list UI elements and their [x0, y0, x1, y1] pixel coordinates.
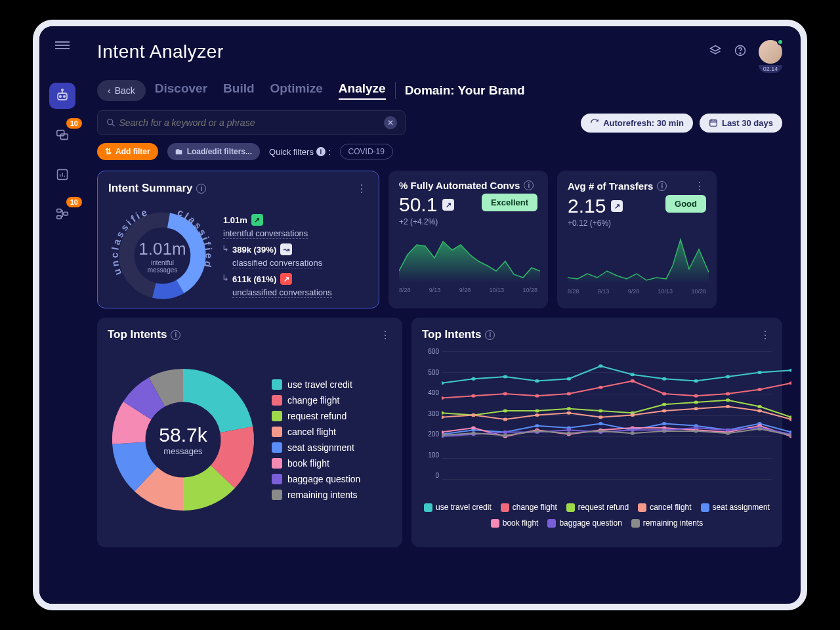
info-icon[interactable]: i — [524, 180, 534, 190]
svg-point-77 — [630, 413, 635, 417]
svg-point-122 — [535, 429, 539, 432]
top-intents-line-chart: 6005004003002001000 — [422, 348, 772, 499]
legend-item[interactable]: cancel flight — [272, 427, 360, 437]
svg-point-35 — [442, 381, 444, 385]
legend-swatch — [501, 503, 509, 512]
page-title: Intent Analyzer — [97, 41, 224, 62]
svg-line-17 — [112, 124, 114, 126]
svg-point-57 — [757, 388, 762, 391]
svg-point-52 — [598, 386, 603, 389]
card-automated-convs: % Fully Automated Convsi 50.1 ↗ +2 (+4.2… — [388, 171, 548, 308]
unclassified-desc[interactable]: unclassified conversations — [232, 287, 332, 298]
card-top-intents-donut: Top Intentsi ⋮ 58.7k messages use travel… — [97, 318, 402, 547]
info-icon[interactable]: i — [485, 330, 495, 340]
kpi-axis: 8/289/139/2810/1310/28 — [568, 288, 706, 295]
tab-analyze[interactable]: Analyze — [339, 81, 386, 100]
legend-item[interactable]: remaining intents — [631, 518, 703, 528]
legend-item[interactable]: request refund — [272, 411, 360, 421]
main-tabs: Discover Build Optimize Analyze — [155, 81, 386, 100]
clear-search-icon[interactable]: ✕ — [384, 116, 397, 129]
legend-item[interactable]: change flight — [501, 503, 557, 512]
donut2-center-value: 58.7k — [159, 424, 207, 446]
card-menu-icon[interactable]: ⋮ — [760, 329, 772, 341]
layers-icon[interactable] — [709, 44, 722, 60]
quick-filter-chip[interactable]: COVID-19 — [340, 144, 393, 159]
legend-swatch — [272, 411, 282, 421]
svg-point-44 — [726, 375, 730, 379]
card-menu-icon[interactable]: ⋮ — [694, 180, 706, 192]
card-top-intents-line: Top Intentsi ⋮ 6005004003002001000 use t… — [411, 318, 782, 547]
legend-item[interactable]: book flight — [491, 518, 539, 528]
svg-point-125 — [630, 432, 635, 435]
legend-item[interactable]: baggage question — [547, 518, 621, 528]
card-menu-icon[interactable]: ⋮ — [356, 182, 368, 195]
svg-point-36 — [471, 377, 476, 381]
svg-point-51 — [566, 392, 571, 396]
trend-down-icon: ↗ — [280, 273, 292, 285]
svg-point-81 — [757, 410, 762, 413]
top-intents-legend: use travel creditchange flightrequest re… — [272, 379, 360, 500]
legend-swatch — [272, 395, 282, 406]
info-icon[interactable]: i — [171, 330, 180, 340]
legend-item[interactable]: book flight — [272, 458, 360, 469]
svg-point-49 — [503, 392, 508, 396]
svg-point-68 — [726, 398, 730, 402]
legend-item[interactable]: use travel credit — [424, 503, 492, 512]
search-input[interactable] — [119, 117, 384, 128]
legend-item[interactable]: change flight — [272, 395, 360, 406]
classified-value: 389k (39%) — [232, 245, 276, 255]
total-desc[interactable]: intentful conversations — [223, 228, 308, 239]
add-filter-button[interactable]: ⇅ Add filter — [97, 143, 158, 160]
trend-up-icon: ↗ — [611, 200, 623, 212]
legend-item[interactable]: request refund — [566, 503, 629, 512]
info-icon[interactable]: i — [196, 184, 206, 194]
svg-point-39 — [566, 377, 571, 381]
legend-item[interactable]: baggage question — [272, 474, 360, 484]
kpi-transfers-title: Avg # of Transfers — [568, 180, 653, 192]
top-intents-line-legend: use travel creditchange flightrequest re… — [422, 503, 772, 528]
chevron-left-icon: ‹ — [108, 85, 111, 96]
legend-item[interactable]: seat assignment — [272, 442, 360, 453]
help-icon[interactable] — [734, 44, 747, 60]
legend-label: cancel flight — [650, 503, 691, 512]
legend-label: request refund — [287, 411, 346, 421]
load-filters-button[interactable]: 🖿 Load/edit filters... — [167, 143, 260, 160]
kpi-auto-delta: +2 (+4.2%) — [399, 217, 454, 226]
tab-build[interactable]: Build — [223, 81, 255, 100]
svg-point-124 — [598, 429, 603, 432]
legend-item[interactable]: use travel credit — [272, 379, 360, 390]
search-input-wrap[interactable]: ✕ — [97, 110, 406, 135]
avatar[interactable]: 02:14 — [759, 40, 782, 64]
back-button[interactable]: ‹ Back — [97, 80, 146, 101]
refresh-icon — [590, 118, 599, 127]
kpi-auto-title: % Fully Automated Convs — [399, 180, 520, 191]
svg-point-16 — [108, 119, 113, 125]
tab-optimize[interactable]: Optimize — [270, 81, 323, 100]
sidebar-item-conversations[interactable]: 10 — [49, 122, 75, 148]
svg-point-79 — [694, 407, 698, 410]
legend-label: seat assignment — [713, 503, 770, 512]
svg-point-74 — [535, 413, 539, 417]
total-value: 1.01m — [223, 215, 247, 225]
sidebar-item-analytics[interactable] — [49, 161, 75, 188]
sidebar-item-bot[interactable] — [49, 83, 75, 109]
svg-point-45 — [757, 371, 762, 374]
legend-label: request refund — [578, 503, 629, 512]
legend-swatch — [272, 458, 282, 469]
autorefresh-button[interactable]: Autorefresh: 30 min — [581, 114, 693, 133]
legend-item[interactable]: cancel flight — [638, 503, 691, 512]
daterange-button[interactable]: Last 30 days — [700, 114, 782, 133]
classified-desc[interactable]: classified conversations — [232, 258, 322, 268]
svg-point-1 — [60, 96, 61, 97]
domain-label: Domain: Your Brand — [405, 83, 525, 98]
legend-item[interactable]: remaining intents — [272, 490, 360, 500]
info-icon[interactable]: i — [316, 147, 326, 156]
card-menu-icon[interactable]: ⋮ — [380, 329, 392, 341]
info-icon[interactable]: i — [657, 181, 667, 191]
legend-item[interactable]: seat assignment — [701, 503, 770, 512]
legend-label: baggage question — [287, 474, 360, 484]
intent-summary-title: Intent Summary — [108, 182, 192, 195]
tab-discover[interactable]: Discover — [155, 81, 207, 100]
hamburger-menu-icon[interactable] — [55, 39, 70, 51]
sidebar-item-flows[interactable]: 10 — [49, 201, 75, 227]
